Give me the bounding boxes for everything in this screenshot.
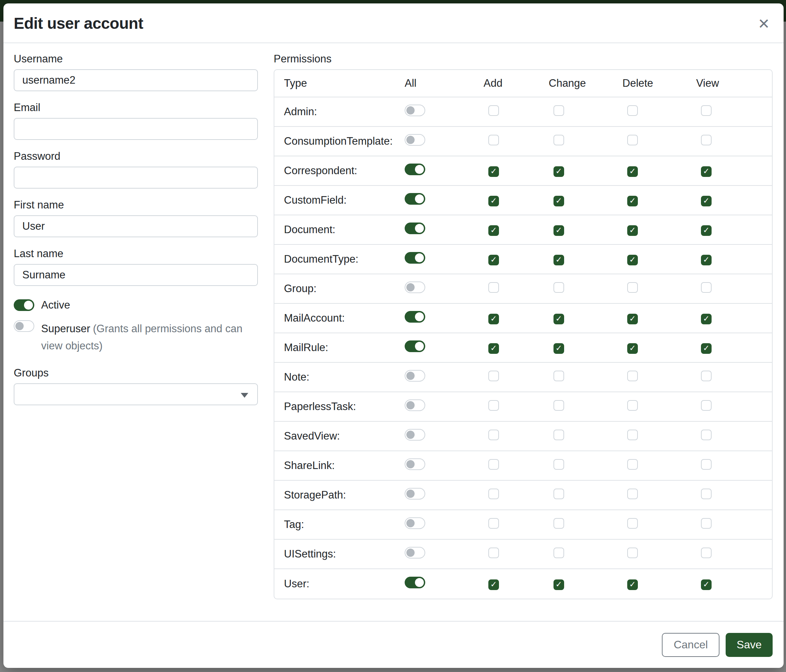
permission-view-checkbox[interactable] xyxy=(701,548,712,558)
permission-delete-checkbox[interactable] xyxy=(627,459,638,470)
superuser-toggle[interactable] xyxy=(14,320,34,332)
permission-all-toggle[interactable] xyxy=(405,488,425,499)
permission-delete-checkbox[interactable]: ✓ xyxy=(627,255,638,265)
permission-view-checkbox[interactable]: ✓ xyxy=(701,166,712,177)
permission-view-checkbox[interactable] xyxy=(701,105,712,116)
permission-change-checkbox[interactable] xyxy=(553,548,564,558)
permission-change-checkbox[interactable]: ✓ xyxy=(553,579,564,590)
permission-add-checkbox[interactable]: ✓ xyxy=(488,314,499,324)
permission-delete-checkbox[interactable] xyxy=(627,135,638,145)
permission-all-toggle[interactable] xyxy=(405,134,425,146)
permission-view-checkbox[interactable]: ✓ xyxy=(701,343,712,354)
permission-change-checkbox[interactable] xyxy=(553,488,564,499)
permission-delete-checkbox[interactable] xyxy=(627,371,638,381)
permission-change-checkbox[interactable]: ✓ xyxy=(553,166,564,177)
active-toggle[interactable] xyxy=(14,299,34,311)
username-input[interactable] xyxy=(14,69,258,91)
save-button[interactable]: Save xyxy=(726,633,773,657)
email-input[interactable] xyxy=(14,118,258,140)
permission-all-toggle[interactable] xyxy=(405,429,425,441)
close-button[interactable]: ✕ xyxy=(756,14,772,34)
permission-view-checkbox[interactable] xyxy=(701,488,712,499)
permission-change-checkbox[interactable] xyxy=(553,518,564,529)
permission-add-checkbox[interactable]: ✓ xyxy=(488,196,499,206)
permission-delete-checkbox[interactable]: ✓ xyxy=(627,343,638,354)
permission-change-checkbox[interactable]: ✓ xyxy=(553,196,564,206)
permission-all-toggle[interactable] xyxy=(405,163,425,175)
permission-delete-checkbox[interactable]: ✓ xyxy=(627,314,638,324)
permission-delete-checkbox[interactable] xyxy=(627,282,638,293)
last-name-input[interactable] xyxy=(14,264,258,286)
permission-add-checkbox[interactable]: ✓ xyxy=(488,255,499,265)
permission-add-checkbox[interactable] xyxy=(488,488,499,499)
permission-view-checkbox[interactable]: ✓ xyxy=(701,255,712,265)
permission-add-checkbox[interactable] xyxy=(488,548,499,558)
permission-view-checkbox[interactable] xyxy=(701,135,712,145)
permission-change-checkbox[interactable]: ✓ xyxy=(553,255,564,265)
permission-view-checkbox[interactable] xyxy=(701,400,712,411)
password-input[interactable] xyxy=(14,166,258,188)
check-icon: ✓ xyxy=(490,256,497,264)
permission-all-toggle[interactable] xyxy=(405,547,425,559)
permission-change-checkbox[interactable] xyxy=(553,459,564,470)
permission-delete-checkbox[interactable] xyxy=(627,105,638,116)
permission-delete-checkbox[interactable] xyxy=(627,548,638,558)
permission-all-toggle[interactable] xyxy=(405,370,425,382)
permission-change-checkbox[interactable]: ✓ xyxy=(553,343,564,354)
permission-all-toggle[interactable] xyxy=(405,193,425,205)
permission-delete-checkbox[interactable] xyxy=(627,518,638,529)
permission-view-checkbox[interactable]: ✓ xyxy=(701,579,712,590)
permission-all-toggle[interactable] xyxy=(405,341,425,352)
permission-all-toggle[interactable] xyxy=(405,399,425,411)
permission-change-checkbox[interactable] xyxy=(553,400,564,411)
permission-change-checkbox[interactable] xyxy=(553,430,564,440)
permission-delete-checkbox[interactable] xyxy=(627,488,638,499)
permission-all-toggle[interactable] xyxy=(405,458,425,470)
permission-delete-checkbox[interactable]: ✓ xyxy=(627,196,638,206)
permission-add-checkbox[interactable] xyxy=(488,371,499,381)
permission-type-label: Admin: xyxy=(274,105,405,118)
permission-view-checkbox[interactable] xyxy=(701,459,712,470)
permission-change-checkbox[interactable]: ✓ xyxy=(553,314,564,324)
permission-add-checkbox[interactable] xyxy=(488,518,499,529)
permission-view-checkbox[interactable]: ✓ xyxy=(701,314,712,324)
permission-add-checkbox[interactable]: ✓ xyxy=(488,579,499,590)
permission-delete-checkbox[interactable]: ✓ xyxy=(627,579,638,590)
permission-add-checkbox[interactable] xyxy=(488,430,499,440)
permission-all-toggle[interactable] xyxy=(405,577,425,588)
permission-view-checkbox[interactable] xyxy=(701,282,712,293)
groups-select[interactable] xyxy=(14,383,258,405)
permission-add-checkbox[interactable] xyxy=(488,459,499,470)
active-row: Active xyxy=(14,298,258,312)
permission-add-checkbox[interactable] xyxy=(488,400,499,411)
cancel-button[interactable]: Cancel xyxy=(662,633,720,657)
permission-delete-checkbox[interactable]: ✓ xyxy=(627,225,638,236)
permission-change-checkbox[interactable]: ✓ xyxy=(553,225,564,236)
permission-all-toggle[interactable] xyxy=(405,223,425,234)
permission-all-toggle[interactable] xyxy=(405,517,425,529)
check-icon: ✓ xyxy=(556,581,562,588)
permission-add-checkbox[interactable]: ✓ xyxy=(488,225,499,236)
permission-view-checkbox[interactable] xyxy=(701,518,712,529)
permission-delete-checkbox[interactable] xyxy=(627,400,638,411)
permission-add-checkbox[interactable]: ✓ xyxy=(488,343,499,354)
permission-view-checkbox[interactable] xyxy=(701,371,712,381)
permission-all-toggle[interactable] xyxy=(405,281,425,293)
permission-view-checkbox[interactable]: ✓ xyxy=(701,225,712,236)
permission-delete-checkbox[interactable] xyxy=(627,430,638,440)
permission-delete-checkbox[interactable]: ✓ xyxy=(627,166,638,177)
permission-change-checkbox[interactable] xyxy=(553,105,564,116)
permission-all-toggle[interactable] xyxy=(405,252,425,264)
permission-view-checkbox[interactable] xyxy=(701,430,712,440)
permission-change-checkbox[interactable] xyxy=(553,371,564,381)
permission-view-checkbox[interactable]: ✓ xyxy=(701,196,712,206)
permission-add-checkbox[interactable] xyxy=(488,135,499,145)
permission-all-toggle[interactable] xyxy=(405,105,425,116)
permission-add-checkbox[interactable]: ✓ xyxy=(488,166,499,177)
first-name-input[interactable] xyxy=(14,215,258,237)
permission-all-toggle[interactable] xyxy=(405,311,425,323)
permission-add-checkbox[interactable] xyxy=(488,282,499,293)
permission-change-checkbox[interactable] xyxy=(553,282,564,293)
permission-change-checkbox[interactable] xyxy=(553,135,564,145)
permission-add-checkbox[interactable] xyxy=(488,105,499,116)
